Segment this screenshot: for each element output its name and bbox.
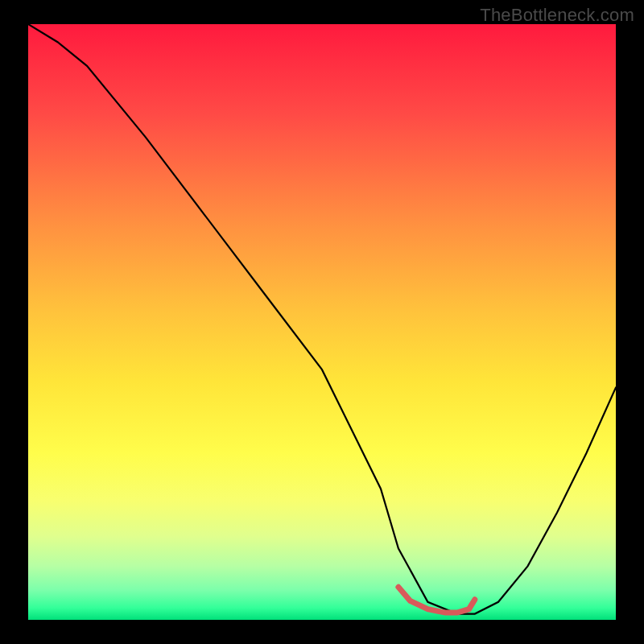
chart-plot-area: [28, 24, 616, 620]
optimal-range-highlight: [398, 587, 475, 613]
chart-svg: [28, 24, 616, 620]
watermark-text: TheBottleneck.com: [480, 5, 634, 26]
chart-frame: TheBottleneck.com: [0, 0, 644, 644]
bottleneck-curve-path: [28, 24, 616, 614]
